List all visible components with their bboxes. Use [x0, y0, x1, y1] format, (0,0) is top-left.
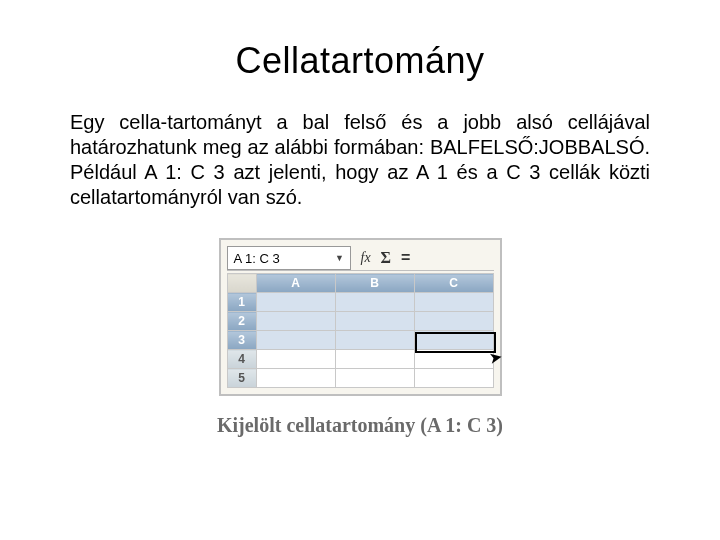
row-header-1[interactable]: 1 — [227, 293, 256, 312]
cell-B1[interactable] — [335, 293, 414, 312]
cell-A4[interactable] — [256, 350, 335, 369]
slide-body-text: Egy cella-tartományt a bal felső és a jo… — [70, 110, 650, 210]
fx-icon[interactable]: fx — [361, 250, 371, 266]
cell-B4[interactable] — [335, 350, 414, 369]
equals-icon[interactable]: = — [401, 249, 410, 267]
cell-A1[interactable] — [256, 293, 335, 312]
sigma-icon[interactable]: Σ — [381, 249, 391, 267]
select-all-corner[interactable] — [227, 274, 256, 293]
figure-caption: Kijelölt cellatartomány (A 1: C 3) — [70, 414, 650, 437]
mouse-cursor-icon: ➤ — [487, 347, 503, 368]
cell-C1[interactable] — [414, 293, 493, 312]
row-header-5[interactable]: 5 — [227, 369, 256, 388]
cell-C3[interactable] — [414, 331, 493, 350]
col-header-A[interactable]: A — [256, 274, 335, 293]
figure: A 1: C 3 ▼ fx Σ = ABC12345 ➤ Kijelölt ce… — [70, 238, 650, 437]
cell-C4[interactable] — [414, 350, 493, 369]
slide-title: Cellatartomány — [70, 40, 650, 82]
cell-B3[interactable] — [335, 331, 414, 350]
cell-A3[interactable] — [256, 331, 335, 350]
cell-C5[interactable] — [414, 369, 493, 388]
spreadsheet-screenshot: A 1: C 3 ▼ fx Σ = ABC12345 ➤ — [219, 238, 502, 396]
cell-B5[interactable] — [335, 369, 414, 388]
cell-A5[interactable] — [256, 369, 335, 388]
row-header-2[interactable]: 2 — [227, 312, 256, 331]
name-box[interactable]: A 1: C 3 ▼ — [227, 246, 351, 270]
cell-C2[interactable] — [414, 312, 493, 331]
spreadsheet-grid[interactable]: ABC12345 — [227, 273, 494, 388]
name-box-dropdown-icon[interactable]: ▼ — [332, 248, 348, 268]
col-header-C[interactable]: C — [414, 274, 493, 293]
row-header-4[interactable]: 4 — [227, 350, 256, 369]
formula-bar: A 1: C 3 ▼ fx Σ = — [227, 246, 494, 271]
col-header-B[interactable]: B — [335, 274, 414, 293]
row-header-3[interactable]: 3 — [227, 331, 256, 350]
cell-B2[interactable] — [335, 312, 414, 331]
name-box-value: A 1: C 3 — [234, 251, 280, 266]
cell-A2[interactable] — [256, 312, 335, 331]
slide: Cellatartomány Egy cella-tartományt a ba… — [0, 0, 720, 437]
